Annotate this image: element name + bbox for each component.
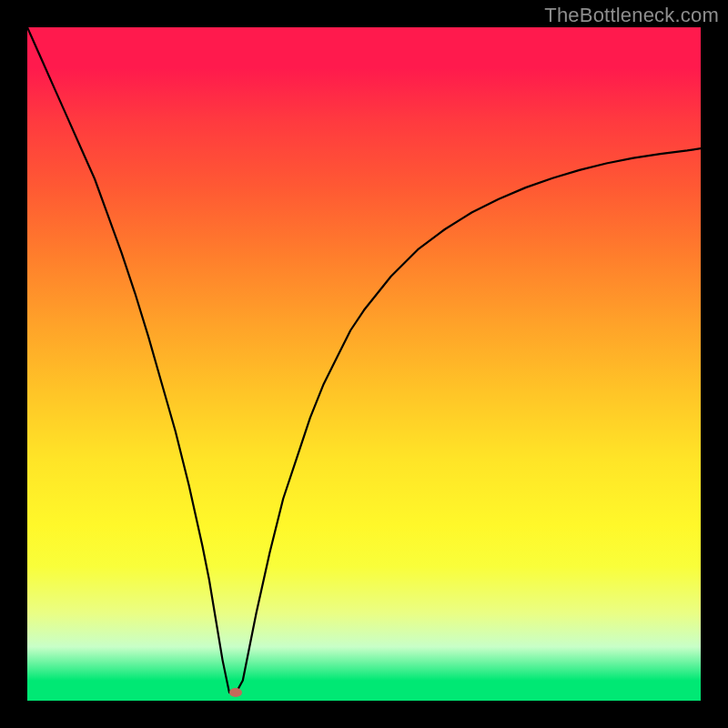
- optimal-point-marker: [229, 688, 242, 697]
- chart-frame: TheBottleneck.com: [0, 0, 728, 728]
- chart-plot-area: [27, 27, 701, 701]
- curve-path: [27, 27, 701, 693]
- watermark-text: TheBottleneck.com: [544, 4, 719, 27]
- bottleneck-curve: [27, 27, 701, 701]
